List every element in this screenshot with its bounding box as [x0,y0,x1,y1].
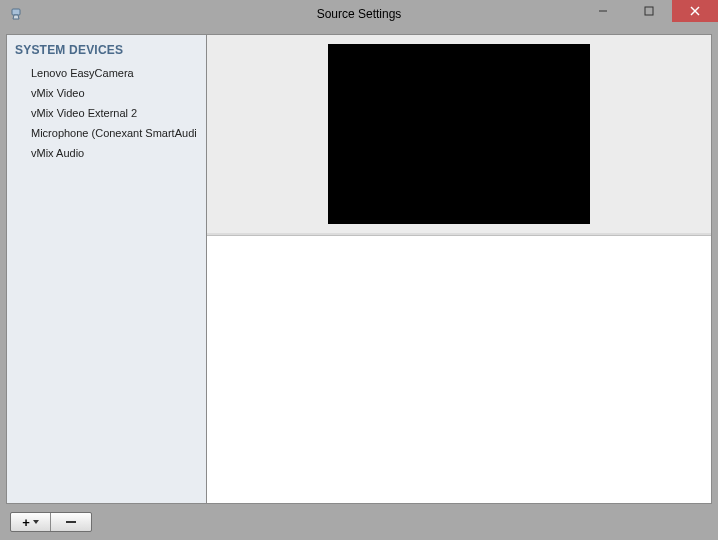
preview-pane [207,35,711,235]
minus-icon [66,521,76,523]
sidebar-header: SYSTEM DEVICES [7,41,206,63]
minimize-button[interactable] [580,0,626,22]
sidebar-item-device[interactable]: Lenovo EasyCamera [7,63,206,83]
add-source-button[interactable]: + [11,513,51,531]
sidebar-item-device[interactable]: vMix Audio [7,143,206,163]
right-panel [207,35,711,503]
dropdown-caret-icon [33,520,39,524]
add-remove-group: + [10,512,92,532]
svg-rect-0 [12,9,20,15]
window-controls [580,0,718,28]
bottom-toolbar: + [6,504,712,534]
video-preview [328,44,590,224]
plus-icon: + [22,516,30,529]
content: SYSTEM DEVICES Lenovo EasyCamera vMix Vi… [6,34,712,534]
titlebar: Source Settings [0,0,718,28]
sidebar-item-device[interactable]: vMix Video External 2 [7,103,206,123]
remove-source-button[interactable] [51,513,91,531]
sidebar-item-device[interactable]: Microphone (Conexant SmartAudi [7,123,206,143]
sidebar: SYSTEM DEVICES Lenovo EasyCamera vMix Vi… [7,35,207,503]
sidebar-item-device[interactable]: vMix Video [7,83,206,103]
maximize-button[interactable] [626,0,672,22]
panes: SYSTEM DEVICES Lenovo EasyCamera vMix Vi… [6,34,712,504]
close-button[interactable] [672,0,718,22]
app-icon [8,6,24,22]
svg-rect-2 [645,7,653,15]
detail-pane [207,235,711,503]
